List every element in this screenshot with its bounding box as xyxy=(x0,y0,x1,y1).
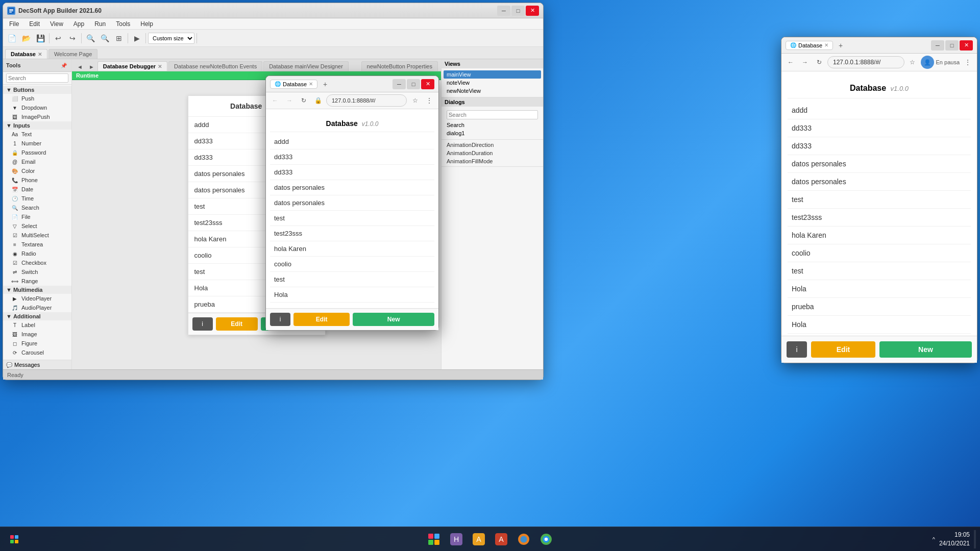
browser-more[interactable]: ⋮ xyxy=(423,94,435,107)
size-selector[interactable]: Custom size xyxy=(148,33,194,44)
list-item[interactable]: Hola xyxy=(788,280,971,298)
tool-file[interactable]: 📄 File xyxy=(3,212,71,221)
tool-phone[interactable]: 📞 Phone xyxy=(3,176,71,185)
list-item[interactable]: coolio xyxy=(270,257,434,272)
browser-forward[interactable]: → xyxy=(283,94,296,107)
view-newnoteview[interactable]: newNoteView xyxy=(444,87,541,95)
prop-animation-duration[interactable]: AnimationDuration xyxy=(444,149,541,157)
list-item[interactable]: dd333 xyxy=(788,137,971,155)
menu-file[interactable]: File xyxy=(5,19,23,29)
toolbar-new[interactable]: 📄 xyxy=(5,32,18,45)
prop-animation-fillmode[interactable]: AnimationFillMode xyxy=(444,157,541,165)
tool-switch[interactable]: ⇌ Switch xyxy=(3,267,71,277)
toolbar-save[interactable]: 💾 xyxy=(34,32,47,45)
browser-minimize[interactable]: ─ xyxy=(393,79,406,89)
ext-back[interactable]: ← xyxy=(785,56,797,68)
tool-multiselect[interactable]: ☑ MultiSelect xyxy=(3,231,71,240)
ext-forward[interactable]: → xyxy=(799,56,811,68)
list-item[interactable]: test xyxy=(270,211,434,226)
menu-tools[interactable]: Tools xyxy=(112,19,134,29)
tool-color[interactable]: 🎨 Color xyxy=(3,166,71,176)
browser-active-tab[interactable]: 🌐 Database ✕ xyxy=(270,80,317,89)
tool-carousel[interactable]: ⟳ Carousel xyxy=(3,348,71,357)
list-item[interactable]: test xyxy=(270,272,434,287)
view-mainview[interactable]: mainView xyxy=(444,70,541,79)
ext-address-bar[interactable]: 127.0.0.1:8888/#/ xyxy=(827,56,904,68)
tool-textarea[interactable]: ≡ Textarea xyxy=(3,240,71,249)
nav-next-btn[interactable]: ► xyxy=(86,63,97,71)
ext-active-tab[interactable]: 🌐 Database ✕ xyxy=(786,41,833,50)
tool-date[interactable]: 📅 Date xyxy=(3,185,71,194)
list-item[interactable]: dd333 xyxy=(270,165,434,180)
browser-add-tab[interactable]: + xyxy=(320,79,331,90)
ext-minimize[interactable]: ─ xyxy=(931,40,944,51)
nav-prev-btn[interactable]: ◄ xyxy=(74,63,86,71)
list-item[interactable]: test xyxy=(788,191,971,209)
tool-dropdown[interactable]: ▼ Dropdown xyxy=(3,103,71,112)
ext-refresh[interactable]: ↻ xyxy=(813,56,825,68)
tool-email[interactable]: @ Email xyxy=(3,157,71,166)
tab-database[interactable]: Database ✕ xyxy=(5,49,47,59)
list-item[interactable]: hola Karen xyxy=(788,227,971,244)
list-item[interactable]: hola Karen xyxy=(270,241,434,257)
list-item[interactable]: prueba xyxy=(788,298,971,316)
list-item[interactable]: Hola xyxy=(270,287,434,303)
toolbar-preview[interactable]: ▶ xyxy=(130,32,143,45)
list-item[interactable]: datos personales xyxy=(270,195,434,211)
tool-audioplayer[interactable]: 🎵 AudioPlayer xyxy=(3,303,71,312)
menu-app[interactable]: App xyxy=(69,19,88,29)
taskbar-icon-windows[interactable] xyxy=(424,529,444,549)
ext-profile-label[interactable]: En pausa xyxy=(936,59,960,65)
ext-more[interactable]: ⋮ xyxy=(962,56,974,68)
tool-range[interactable]: ⟺ Range xyxy=(3,277,71,286)
taskbar-show-desktop[interactable]: ^ xyxy=(933,536,935,542)
menu-run[interactable]: Run xyxy=(90,19,110,29)
tool-number[interactable]: 1 Number xyxy=(3,139,71,148)
ext-profile-avatar[interactable]: 👤 xyxy=(921,56,934,69)
tool-radio[interactable]: ◉ Radio xyxy=(3,249,71,258)
browser-back[interactable]: ← xyxy=(269,94,281,107)
browser-bookmark[interactable]: ☆ xyxy=(409,94,421,107)
browser-close[interactable]: ✕ xyxy=(421,79,434,89)
browser-maximize[interactable]: □ xyxy=(407,79,420,89)
ext-bookmark[interactable]: ☆ xyxy=(906,56,919,68)
list-item[interactable]: datos personales xyxy=(788,173,971,191)
browser-new-button[interactable]: New xyxy=(353,313,434,326)
list-item[interactable]: datos personales xyxy=(788,155,971,173)
tab-close-database[interactable]: ✕ xyxy=(38,52,42,57)
list-item[interactable]: dd333 xyxy=(270,149,434,165)
list-item[interactable]: datos personales xyxy=(270,180,434,195)
list-item[interactable]: addd xyxy=(270,134,434,149)
view-noteview[interactable]: noteView xyxy=(444,79,541,87)
toolbar-redo[interactable]: ↪ xyxy=(66,32,79,45)
browser-tab-close[interactable]: ✕ xyxy=(309,81,313,87)
group-buttons[interactable]: ▼ Buttons xyxy=(3,86,71,94)
ext-maximize[interactable]: □ xyxy=(945,40,959,51)
messages-bar[interactable]: 💬 Messages xyxy=(3,360,71,369)
tool-image[interactable]: 🖼 Image xyxy=(3,330,71,339)
address-bar[interactable]: 127.0.0.1:8888/#/ xyxy=(326,94,407,107)
taskbar-icon-app2[interactable]: A xyxy=(491,529,511,549)
toolbar-open[interactable]: 📂 xyxy=(19,32,33,45)
toolbar-undo[interactable]: ↩ xyxy=(52,32,65,45)
list-item[interactable]: Hola xyxy=(788,316,971,334)
toolbar-zoom-fit[interactable]: ⊞ xyxy=(112,32,126,45)
list-item[interactable]: test23sss xyxy=(788,209,971,227)
minimize-button[interactable]: ─ xyxy=(497,6,510,16)
tools-search-input[interactable] xyxy=(6,73,68,83)
taskbar-icon-app1[interactable]: A xyxy=(469,529,489,549)
ext-new-button[interactable]: New xyxy=(879,341,972,358)
edit-button[interactable]: Edit xyxy=(216,317,258,331)
maximize-button[interactable]: □ xyxy=(511,6,525,16)
tab-events[interactable]: Database newNoteButton Events xyxy=(168,61,262,71)
ext-add-tab[interactable]: + xyxy=(835,40,846,51)
list-item[interactable]: test23sss xyxy=(270,226,434,241)
toolbar-zoom-out[interactable]: 🔍 xyxy=(98,32,111,45)
start-button[interactable] xyxy=(4,529,24,549)
dialog-1[interactable]: dialog1 xyxy=(444,129,541,137)
list-item[interactable]: dd333 xyxy=(788,119,971,137)
browser-refresh[interactable]: ↻ xyxy=(298,94,310,107)
taskbar-icon-firefox[interactable] xyxy=(513,529,534,549)
menu-edit[interactable]: Edit xyxy=(25,19,44,29)
tab-welcome[interactable]: Welcome Page xyxy=(48,49,97,59)
